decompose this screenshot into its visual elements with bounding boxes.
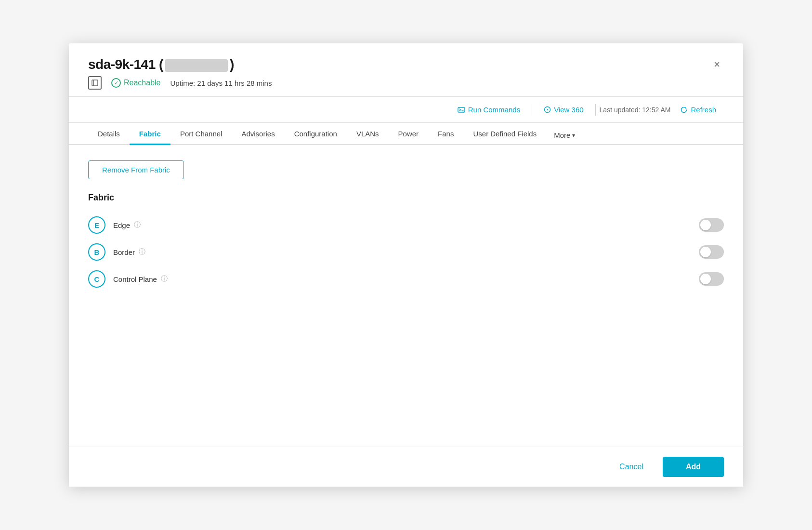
control-plane-label: Control Plane ⓘ	[113, 275, 691, 283]
edge-label: Edge ⓘ	[113, 221, 691, 229]
modal-header: sda-9k-141 () × ✓ Reachable Uptime: 21 d…	[69, 43, 743, 97]
ip-blur	[165, 59, 228, 72]
reachable-label: Reachable	[124, 79, 161, 87]
uptime-text: Uptime: 21 days 11 hrs 28 mins	[170, 79, 272, 87]
add-button[interactable]: Add	[663, 457, 724, 477]
chevron-down-icon: ▾	[572, 132, 575, 139]
tab-details[interactable]: Details	[88, 123, 130, 145]
separator-1	[532, 104, 532, 116]
control-plane-icon-circle: C	[88, 270, 105, 288]
control-plane-info-icon[interactable]: ⓘ	[161, 275, 168, 283]
toolbar-row: Run Commands View 360 Last updated: 12:5…	[69, 97, 743, 123]
tab-power[interactable]: Power	[389, 123, 429, 145]
modal-body: Remove From Fabric Fabric E Edge ⓘ B Bor…	[69, 145, 743, 447]
border-label: Border ⓘ	[113, 248, 691, 256]
modal-title: sda-9k-141 ()	[88, 57, 234, 72]
fabric-items-list: E Edge ⓘ B Border ⓘ	[88, 216, 724, 288]
device-detail-modal: sda-9k-141 () × ✓ Reachable Uptime: 21 d…	[69, 43, 743, 487]
separator-2	[595, 104, 596, 116]
edge-toggle[interactable]	[699, 218, 724, 232]
status-row: ✓ Reachable Uptime: 21 days 11 hrs 28 mi…	[88, 76, 724, 90]
tab-user-defined-fields[interactable]: User Defined Fields	[463, 123, 546, 145]
edge-toggle-knob	[700, 220, 711, 230]
fabric-item-control-plane: C Control Plane ⓘ	[88, 270, 724, 288]
run-commands-icon	[458, 106, 465, 114]
border-toggle-knob	[700, 247, 711, 257]
fabric-section-title: Fabric	[88, 193, 724, 203]
modal-footer: Cancel Add	[69, 447, 743, 487]
fabric-item-edge: E Edge ⓘ	[88, 216, 724, 234]
expand-icon[interactable]	[88, 76, 102, 90]
cancel-button[interactable]: Cancel	[608, 458, 655, 476]
close-button[interactable]: ×	[710, 57, 724, 72]
tab-advisories[interactable]: Advisories	[232, 123, 284, 145]
view-360-icon	[544, 106, 551, 113]
refresh-icon	[680, 106, 688, 114]
edge-icon-circle: E	[88, 216, 105, 234]
refresh-button[interactable]: Refresh	[672, 103, 724, 117]
edge-info-icon[interactable]: ⓘ	[134, 221, 141, 229]
tab-port-channel[interactable]: Port Channel	[170, 123, 232, 145]
tabs-row: Details Fabric Port Channel Advisories C…	[69, 123, 743, 145]
view-360-button[interactable]: View 360	[536, 103, 591, 117]
control-plane-toggle-knob	[700, 274, 711, 284]
reachable-badge: ✓ Reachable	[111, 78, 161, 88]
tab-configuration[interactable]: Configuration	[285, 123, 347, 145]
border-icon-circle: B	[88, 243, 105, 261]
svg-rect-0	[92, 80, 98, 86]
tab-fans[interactable]: Fans	[428, 123, 463, 145]
control-plane-toggle[interactable]	[699, 272, 724, 286]
tab-vlans[interactable]: VLANs	[347, 123, 389, 145]
fabric-item-border: B Border ⓘ	[88, 243, 724, 261]
tab-fabric[interactable]: Fabric	[130, 123, 170, 145]
tab-more-button[interactable]: More ▾	[546, 124, 583, 145]
remove-from-fabric-button[interactable]: Remove From Fabric	[88, 160, 184, 179]
run-commands-button[interactable]: Run Commands	[450, 103, 528, 117]
reachable-check-icon: ✓	[111, 78, 121, 88]
last-updated-label: Last updated: 12:52 AM	[600, 106, 671, 114]
border-info-icon[interactable]: ⓘ	[139, 248, 145, 256]
border-toggle[interactable]	[699, 245, 724, 259]
